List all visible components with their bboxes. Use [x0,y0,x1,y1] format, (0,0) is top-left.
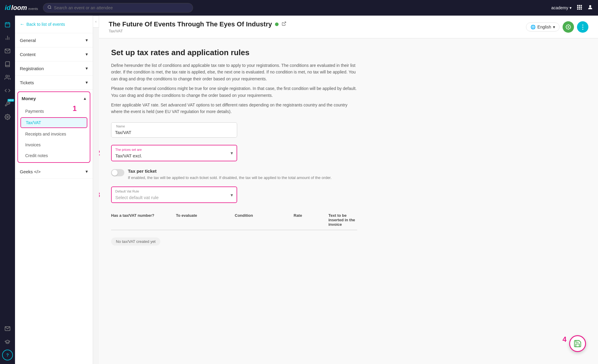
external-link-icon[interactable] [282,21,286,27]
logo: id loom events [5,4,38,12]
nav-section-header-geeks[interactable]: Geeks </> ▾ [15,165,93,178]
search-bar[interactable] [43,3,193,13]
academy-button[interactable]: academy ▾ [551,5,572,10]
nav-section-header-registration[interactable]: Registration ▾ [15,61,93,75]
nav-item-receipts[interactable]: Receipts and invoices [18,129,90,139]
svg-point-21 [7,116,8,118]
tickets-chevron: ▾ [86,80,88,85]
geeks-chevron: ▾ [86,169,88,174]
nav-section-geeks: Geeks </> ▾ [15,165,93,179]
svg-rect-12 [5,22,10,27]
registration-chevron: ▾ [86,66,88,71]
icon-sidebar: ? [0,16,15,364]
col-rate: Rate [294,213,324,227]
page-heading: Set up tax rates and application rules [111,48,357,57]
form-section: Name 2 The prices set are Tax/VAT excl. … [111,122,357,246]
nav-section-tickets: Tickets ▾ [15,76,93,90]
nav-item-credit-notes[interactable]: Credit notes [18,150,90,161]
name-input[interactable] [111,123,237,137]
name-label: Name [115,124,126,128]
toggle-text: Tax per ticket If enabled, the tax will … [128,169,332,181]
save-fab-button[interactable] [569,335,586,352]
toggle-title: Tax per ticket [128,169,332,174]
event-title: The Future Of Events Through The Eyes Of… [109,20,272,28]
sidebar-icon-mail2[interactable] [2,323,13,334]
sidebar-icon-email[interactable] [2,46,13,56]
col-to-evaluate: To evaluate [176,213,230,227]
nav-item-taxvat[interactable]: Tax/VAT [20,117,87,128]
language-button[interactable]: 🌐 English ▾ [526,22,560,31]
col-condition: Condition [235,213,289,227]
tax-per-ticket-toggle[interactable]: ✕ [111,169,124,176]
lang-chevron-icon: ▾ [553,25,555,29]
event-info: The Future Of Events Through The Eyes Of… [109,20,286,33]
logo-events: events [28,7,38,10]
step-2-label: 2 [99,149,100,157]
nav-section-content: Content ▾ [15,47,93,61]
search-input[interactable] [54,5,189,10]
sidebar-icon-users[interactable] [2,72,13,83]
lang-globe-icon: 🌐 [530,25,536,29]
back-label: Back to list of events [26,22,65,27]
main-layout: ? ← Back to list of events General ▾ Con… [0,16,598,364]
nav-item-payments[interactable]: Payments [18,106,90,117]
page-content: Set up tax rates and application rules D… [99,38,369,255]
grid-icon[interactable] [576,4,582,11]
svg-line-1 [50,8,51,9]
vat-rule-select[interactable]: Select default vat rule [112,187,237,202]
logo-id: id [5,4,11,12]
search-icon [47,5,52,10]
sidebar-icon-code[interactable] [2,85,13,96]
event-subtitle: Tax/VAT [109,29,286,33]
svg-rect-3 [579,5,580,6]
logo-loom: loom [11,4,27,12]
description-1: Define hereunder the list of conditions … [111,62,357,82]
sidebar-icon-wrench[interactable] [2,98,13,109]
collapse-panel-button[interactable]: ‹ [93,16,99,28]
money-label: Money [22,96,36,101]
toggle-row: ✕ Tax per ticket If enabled, the tax wil… [111,169,357,181]
sidebar-icon-settings[interactable] [2,112,13,122]
svg-rect-4 [581,5,582,6]
academy-chevron: ▾ [569,5,572,10]
content-label: Content [20,52,36,57]
registration-label: Registration [20,66,44,71]
nav-section-registration: Registration ▾ [15,61,93,76]
general-chevron: ▾ [86,37,88,43]
user-icon[interactable] [587,4,593,11]
name-field: Name [111,122,357,138]
svg-rect-5 [577,7,578,8]
general-label: General [20,38,36,43]
settings-action-button[interactable] [563,21,574,33]
sidebar-icon-book[interactable] [2,59,13,70]
table-section: Has a tax/VAT number? To evaluate Condit… [111,210,357,246]
svg-rect-9 [579,8,580,10]
sidebar-icon-chart[interactable] [2,32,13,43]
nav-section-header-content[interactable]: Content ▾ [15,47,93,61]
description-2: Please note that several conditions migh… [111,85,357,99]
content-chevron: ▾ [86,52,88,57]
svg-line-23 [284,22,286,24]
nav-item-invoices[interactable]: Invoices [18,139,90,150]
money-chevron: ▴ [84,96,86,101]
back-to-list[interactable]: ← Back to list of events [15,16,93,33]
svg-rect-7 [581,7,582,8]
svg-point-20 [6,75,8,77]
left-nav: ← Back to list of events General ▾ Conte… [15,16,93,364]
toggle-desc: If enabled, the tax will be applied to e… [128,175,332,181]
svg-point-0 [48,6,50,8]
event-title-row: The Future Of Events Through The Eyes Of… [109,20,286,28]
sidebar-icon-graduation[interactable] [2,336,13,347]
sidebar-icon-calendar[interactable] [2,19,13,30]
sidebar-icon-help[interactable]: ? [2,350,13,360]
nav-section-header-tickets[interactable]: Tickets ▾ [15,76,93,89]
nav-section-header-money[interactable]: Money ▴ [18,92,90,105]
geeks-label: Geeks </> [20,169,41,174]
svg-point-24 [568,26,569,28]
more-actions-button[interactable]: ⋮ [577,21,588,33]
svg-point-11 [589,5,591,7]
back-arrow-icon: ← [20,22,25,27]
prices-select[interactable]: Tax/VAT excl. [112,145,237,161]
nav-section-header-general[interactable]: General ▾ [15,33,93,47]
svg-rect-6 [579,7,580,8]
